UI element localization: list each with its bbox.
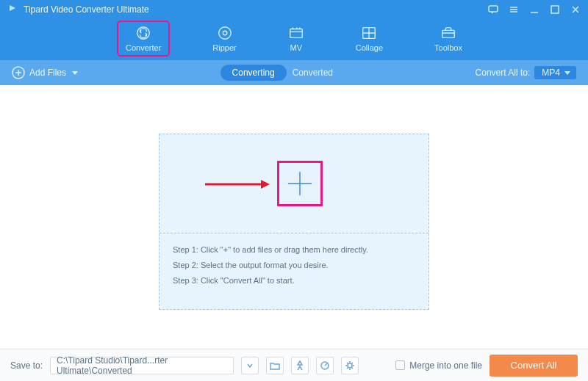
svg-rect-5: [290, 29, 302, 37]
close-icon[interactable]: [570, 4, 581, 15]
format-value: MP4: [542, 68, 560, 78]
save-to-label: Save to:: [10, 360, 43, 371]
save-path-input[interactable]: C:\Tipard Studio\Tipard...rter Ultimate\…: [50, 357, 234, 374]
checkbox-icon: [395, 360, 405, 370]
output-format-select[interactable]: MP4: [534, 66, 576, 79]
feedback-icon[interactable]: [488, 4, 498, 15]
drop-zone[interactable]: Step 1: Click "+" to add files or drag t…: [159, 134, 429, 310]
tab-label: MV: [290, 43, 302, 52]
tab-label: Collage: [356, 43, 383, 52]
settings-button[interactable]: [341, 357, 359, 374]
convert-all-to-label: Convert All to:: [476, 68, 531, 78]
svg-rect-0: [489, 6, 498, 12]
merge-label: Merge into one file: [409, 360, 482, 371]
converted-tab[interactable]: Converted: [293, 68, 333, 78]
tab-label: Toolbox: [434, 43, 462, 52]
svg-point-3: [218, 26, 231, 39]
step-1-text: Step 1: Click "+" to add files or drag t…: [173, 242, 415, 258]
save-path-value: C:\Tipard Studio\Tipard...rter Ultimate\…: [57, 355, 227, 376]
tab-mv[interactable]: MV: [281, 22, 312, 55]
minimize-icon[interactable]: [529, 4, 539, 15]
open-folder-button[interactable]: [266, 357, 284, 374]
chevron-down-icon: [72, 71, 78, 75]
svg-marker-10: [261, 180, 270, 189]
step-3-text: Step 3: Click "Convert All" to start.: [173, 273, 415, 289]
steps-panel: Step 1: Click "+" to add files or drag t…: [159, 233, 429, 297]
tab-label: Ripper: [212, 43, 236, 52]
step-2-text: Step 2: Select the output format you des…: [173, 258, 415, 273]
tab-converter[interactable]: Converter: [118, 22, 168, 55]
convert-all-button[interactable]: Convert All: [490, 355, 578, 377]
svg-rect-7: [442, 30, 455, 37]
tab-collage[interactable]: Collage: [348, 22, 390, 55]
drop-zone-top: [159, 134, 429, 233]
bottom-bar: Save to: C:\Tipard Studio\Tipard...rter …: [0, 349, 588, 381]
add-files-button[interactable]: Add Files: [12, 66, 78, 79]
tab-label: Converter: [126, 43, 161, 52]
tab-ripper[interactable]: Ripper: [205, 22, 243, 55]
maximize-icon[interactable]: [550, 4, 560, 15]
app-logo-icon: [7, 3, 18, 16]
converting-tab[interactable]: Converting: [220, 65, 287, 81]
sub-toolbar: Add Files Converting Converted Convert A…: [0, 60, 588, 85]
menu-icon[interactable]: [509, 4, 519, 15]
add-file-plus-button[interactable]: [277, 161, 323, 206]
title-bar: Tipard Video Converter Ultimate: [0, 0, 588, 19]
converting-label: Converting: [232, 68, 275, 78]
gpu-toggle-button[interactable]: [291, 357, 309, 374]
svg-point-12: [348, 363, 352, 368]
main-stage: Step 1: Click "+" to add files or drag t…: [0, 85, 588, 343]
svg-point-4: [223, 31, 227, 35]
add-files-label: Add Files: [29, 68, 66, 78]
arrow-icon: [204, 178, 270, 190]
top-tabs: Converter Ripper MV Collage Toolbox: [0, 19, 588, 60]
converted-label: Converted: [293, 68, 333, 78]
merge-checkbox[interactable]: Merge into one file: [395, 360, 482, 371]
app-title: Tipard Video Converter Ultimate: [24, 4, 149, 15]
tab-toolbox[interactable]: Toolbox: [427, 22, 470, 55]
convert-all-label: Convert All: [511, 360, 557, 371]
svg-rect-1: [551, 6, 559, 13]
high-speed-button[interactable]: [316, 357, 334, 374]
save-path-dropdown[interactable]: [241, 357, 259, 374]
